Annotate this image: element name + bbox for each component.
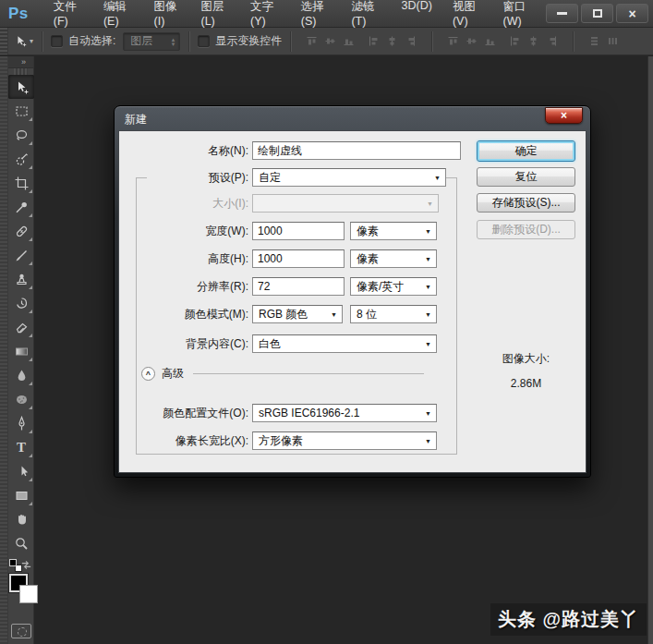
advanced-expander[interactable]: ^ 高级 <box>141 366 424 382</box>
align-bottom-edges-icon[interactable] <box>341 31 357 52</box>
distribute-top-edges-icon[interactable] <box>445 31 461 52</box>
color-mode-dropdown[interactable]: RGB 颜色 ▼ <box>252 305 343 323</box>
minimize-button[interactable] <box>546 4 578 23</box>
tool-zoom[interactable] <box>8 531 34 555</box>
separator <box>42 31 42 52</box>
advanced-separator <box>193 373 424 374</box>
distribute-bottom-edges-icon[interactable] <box>482 31 498 52</box>
maximize-button[interactable] <box>581 4 613 23</box>
dropdown-arrow-icon: ▼ <box>425 410 431 417</box>
tools-panel-collapse[interactable]: » <box>8 56 33 68</box>
rectangle-shape-tool-icon <box>14 488 30 504</box>
dropdown-arrow-icon: ▼ <box>425 311 431 318</box>
width-input[interactable] <box>252 222 345 240</box>
background-color-swatch[interactable] <box>19 585 38 603</box>
image-size-value: 2.86M <box>477 377 575 390</box>
name-input[interactable] <box>252 141 461 160</box>
dropdown-arrow-icon: ▼ <box>331 311 337 318</box>
align-group-1 <box>304 31 357 52</box>
tool-type[interactable]: T <box>8 435 34 459</box>
color-mode-label: 颜色模式(M): <box>119 305 248 323</box>
separator <box>573 31 574 52</box>
tools-panel-grip[interactable] <box>0 56 8 644</box>
align-left-edges-icon[interactable] <box>366 31 381 52</box>
tool-pen[interactable] <box>8 411 34 435</box>
align-vertical-centers-icon[interactable] <box>322 31 338 52</box>
pixel-aspect-label: 像素长宽比(X): <box>119 431 248 450</box>
type-tool-icon: T <box>17 441 26 455</box>
path-selection-tool-icon <box>14 464 30 480</box>
width-unit-dropdown[interactable]: 像素 ▼ <box>350 222 437 240</box>
color-profile-dropdown[interactable]: sRGB IEC61966-2.1 ▼ <box>252 404 437 422</box>
tool-quick-selection[interactable] <box>8 147 34 171</box>
quick-mask-button[interactable] <box>11 624 31 638</box>
history-brush-tool-icon <box>14 296 30 311</box>
dialog-title-bar[interactable]: 新建 <box>115 106 590 130</box>
tool-gradient[interactable] <box>8 339 34 363</box>
tool-preset-picker[interactable]: ▾ <box>14 34 33 48</box>
tool-crop[interactable] <box>8 171 34 195</box>
bit-depth-dropdown[interactable]: 8 位 ▼ <box>350 305 437 323</box>
eyedropper-tool-icon <box>14 200 30 215</box>
delete-preset-button[interactable]: 删除预设(D)... <box>477 220 575 239</box>
close-window-button[interactable]: × <box>616 4 648 23</box>
gradient-tool-icon <box>14 344 30 359</box>
distribute-vertical-space-icon[interactable] <box>586 31 602 52</box>
tool-blur[interactable] <box>8 363 34 387</box>
align-right-edges-icon[interactable] <box>403 31 418 52</box>
align-top-edges-icon[interactable] <box>304 31 320 52</box>
tool-eyedropper[interactable] <box>8 195 34 219</box>
auto-select-target-dropdown[interactable]: 图层 ▴▾ <box>123 32 180 51</box>
tool-history-brush[interactable] <box>8 291 34 315</box>
resolution-unit-dropdown[interactable]: 像素/英寸 ▼ <box>350 277 437 296</box>
pixel-aspect-dropdown[interactable]: 方形像素 ▼ <box>252 431 437 450</box>
auto-select-checkbox[interactable] <box>51 35 63 47</box>
dropdown-arrow-icon: ▼ <box>425 284 431 290</box>
height-unit-dropdown[interactable]: 像素 ▼ <box>350 249 437 268</box>
separator <box>290 31 291 52</box>
tool-healing-brush[interactable] <box>8 219 34 243</box>
menu-bar: Ps 文件(F) 编辑(E) 图像(I) 图层(L) 文字(Y) 选择(S) 滤… <box>0 0 653 28</box>
show-transform-checkbox[interactable] <box>198 35 210 47</box>
dropdown-arrow-icon: ▼ <box>425 256 431 262</box>
new-document-dialog: 新建 × 名称(N): 确定 预设(P): 自定 ▼ 复位 大小(I): ▼ 存… <box>114 105 591 478</box>
move-tool-icon <box>14 79 30 95</box>
tools-panel-handle[interactable] <box>14 68 28 75</box>
distribute-horizontal-centers-icon[interactable] <box>526 31 541 52</box>
save-preset-button[interactable]: 存储预设(S)... <box>477 193 575 213</box>
tool-move[interactable] <box>8 75 34 99</box>
height-label: 高度(H): <box>119 249 248 268</box>
ok-button[interactable]: 确定 <box>477 140 575 162</box>
tool-rectangular-marquee[interactable] <box>8 99 34 123</box>
tool-eraser[interactable] <box>8 315 34 339</box>
chevron-up-icon: ^ <box>141 367 155 381</box>
align-horizontal-centers-icon[interactable] <box>384 31 400 52</box>
distribute-left-edges-icon[interactable] <box>507 31 523 52</box>
tool-sponge[interactable] <box>8 387 34 411</box>
close-icon: × <box>628 7 635 20</box>
distribute-horizontal-space-icon[interactable] <box>605 31 621 52</box>
separator <box>188 31 189 52</box>
swap-colors-button[interactable] <box>20 559 32 574</box>
options-bar-grip[interactable] <box>0 28 8 55</box>
distribute-right-edges-icon[interactable] <box>544 31 560 52</box>
distribute-vertical-centers-icon[interactable] <box>464 31 479 52</box>
spinner-icon: ▴▾ <box>172 37 175 46</box>
background-dropdown[interactable]: 白色 ▼ <box>252 334 437 353</box>
tool-path-selection[interactable] <box>8 459 34 483</box>
close-icon: × <box>561 109 567 122</box>
size-label: 大小(I): <box>119 194 248 213</box>
height-input[interactable] <box>252 249 345 268</box>
crop-tool-icon <box>14 176 30 191</box>
dialog-close-button[interactable]: × <box>545 107 583 124</box>
tool-clone-stamp[interactable] <box>8 267 34 291</box>
tool-lasso[interactable] <box>8 123 34 147</box>
size-dropdown[interactable]: ▼ <box>252 194 439 213</box>
panel-dock-edge[interactable] <box>647 56 653 644</box>
tool-brush[interactable] <box>8 243 34 267</box>
resolution-input[interactable] <box>252 277 345 296</box>
tool-hand[interactable] <box>8 507 34 531</box>
tool-rectangle-shape[interactable] <box>8 483 34 507</box>
zoom-tool-icon <box>14 536 30 552</box>
reset-button[interactable]: 复位 <box>477 167 575 187</box>
